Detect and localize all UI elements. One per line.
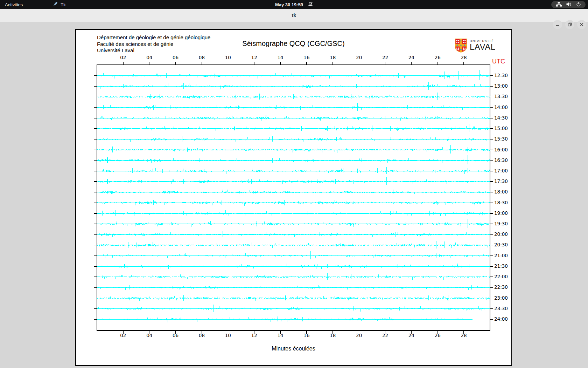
x-tick-label-top: 22 [378,55,393,60]
x-tick-label-bottom: 14 [273,333,288,338]
utc-time-label: 21:00 [494,253,512,258]
x-tick-label-bottom: 20 [351,333,367,338]
system-status-area[interactable] [551,1,586,8]
logo-laval-text: LAVAL [470,43,496,51]
utc-time-label: 22:30 [494,284,512,290]
window-title: tk [0,9,588,22]
x-tick-label-top: 16 [299,55,314,60]
utc-time-label: 24:00 [494,316,512,322]
utc-time-label: 17:00 [494,168,512,173]
top-bar: Activities Tk May 30 19:59 [0,0,588,9]
power-icon [576,2,581,8]
utc-time-label: 23:30 [494,306,512,311]
utc-time-label: 15:30 [494,136,512,142]
seismograph-canvas: Département de géologie et de génie géol… [75,29,512,366]
window-title-bar: tk [0,9,588,22]
network-wired-icon [556,2,562,8]
utc-time-label: 20:30 [494,242,512,247]
x-tick-label-top: 14 [273,55,288,60]
app-menu-tk[interactable]: Tk [53,1,65,8]
universite-laval-logo: UNIVERSITÉ LAVAL [455,39,496,54]
x-tick-label-bottom: 08 [194,333,209,338]
x-tick-label-bottom: 12 [246,333,262,338]
laval-shield-icon [455,39,467,54]
utc-time-label: 20:00 [494,231,512,237]
restore-button[interactable] [565,20,574,29]
bell-muted-icon [308,2,313,8]
x-tick-label-top: 04 [142,55,157,60]
utc-time-label: 17:30 [494,178,512,184]
x-axis-title: Minutes écoulées [97,346,490,352]
utc-time-label: 16:00 [494,147,512,152]
x-tick-label-bottom: 02 [115,333,131,338]
utc-time-label: 23:00 [494,295,512,301]
tk-feather-icon [53,1,58,8]
utc-time-label: 14:00 [494,104,512,110]
x-tick-label-top: 12 [246,55,262,60]
x-tick-label-top: 26 [430,55,445,60]
app-menu-label: Tk [61,2,65,7]
x-tick-label-bottom: 04 [142,333,157,338]
x-tick-label-top: 18 [325,55,341,60]
x-tick-label-top: 02 [115,55,131,60]
x-tick-label-top: 24 [404,55,419,60]
activities-button[interactable]: Activities [0,0,28,9]
utc-time-label: 21:30 [494,263,512,269]
utc-time-label: 18:00 [494,189,512,195]
x-tick-label-top: 20 [351,55,367,60]
x-tick-label-top: 08 [194,55,209,60]
utc-axis-label: UTC [492,58,505,65]
chart-title: Séismographe QCQ (CGC/GSC) [97,40,490,48]
x-tick-label-bottom: 22 [378,333,393,338]
utc-time-label: 19:00 [494,210,512,216]
address-line: Université Laval [97,47,210,54]
x-tick-label-top: 10 [220,55,236,60]
x-tick-label-bottom: 18 [325,333,341,338]
x-tick-label-bottom: 28 [456,333,471,338]
x-tick-label-top: 28 [456,55,471,60]
utc-time-label: 19:30 [494,221,512,226]
x-tick-label-top: 06 [168,55,183,60]
utc-time-label: 15:00 [494,125,512,131]
utc-time-label: 13:30 [494,94,512,99]
x-tick-label-bottom: 16 [299,333,314,338]
utc-time-label: 18:30 [494,200,512,205]
x-tick-label-bottom: 10 [220,333,236,338]
close-button[interactable] [577,20,586,29]
utc-time-label: 22:00 [494,274,512,279]
utc-time-label: 14:30 [494,115,512,121]
x-tick-label-bottom: 24 [404,333,419,338]
minimize-button[interactable] [553,20,562,29]
x-tick-label-bottom: 06 [168,333,183,338]
seismograph-plot [75,29,512,366]
utc-time-label: 12:30 [494,73,512,78]
utc-time-label: 16:30 [494,157,512,163]
utc-time-label: 13:00 [494,83,512,89]
clock-label[interactable]: May 30 19:59 [275,2,303,7]
x-tick-label-bottom: 26 [430,333,445,338]
volume-icon [566,2,572,8]
